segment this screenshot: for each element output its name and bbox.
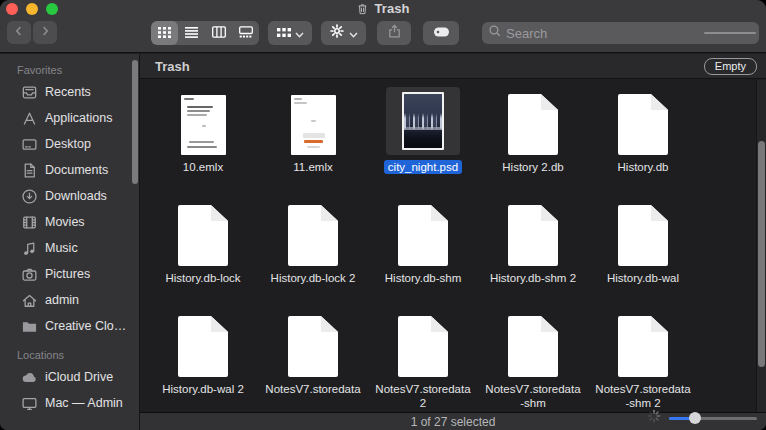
- sidebar-section-header: Locations: [0, 345, 139, 364]
- sidebar-scrollbar[interactable]: [132, 60, 138, 184]
- file-item-history-db-wal[interactable]: History.db-wal: [588, 191, 698, 302]
- file-name: History 2.db: [502, 160, 563, 174]
- document-icon: [398, 316, 448, 377]
- sidebar-item-admin[interactable]: admin: [0, 287, 139, 313]
- main-content: Trash Empty 10.emlx 11.emlx city_night.p…: [140, 54, 766, 430]
- document-icon: [508, 94, 558, 155]
- sidebar-item-pictures[interactable]: Pictures: [0, 261, 139, 287]
- document-icon: [508, 316, 558, 377]
- email-preview-thumbnail: [181, 95, 226, 155]
- chevron-right-icon: [38, 24, 52, 42]
- chevron-left-icon: [12, 24, 26, 42]
- sidebar-item-icloud-drive[interactable]: iCloud Drive: [0, 364, 139, 390]
- file-name: 11.emlx: [293, 160, 332, 174]
- finder-window: Trash: [0, 0, 766, 430]
- movies-icon: [21, 214, 38, 231]
- sidebar-item-mac-admin[interactable]: Mac — Admin: [0, 390, 139, 416]
- file-item-10-emlx[interactable]: 10.emlx: [148, 80, 258, 191]
- document-icon: [618, 94, 668, 155]
- sidebar-item-documents[interactable]: Documents: [0, 157, 139, 183]
- column-view-button[interactable]: [205, 21, 232, 45]
- sidebar-item-music[interactable]: Music: [0, 235, 139, 261]
- search-inline-line: [704, 32, 756, 34]
- email-preview-thumbnail: [291, 95, 336, 155]
- file-name: NotesV7.storedata 2: [374, 382, 472, 410]
- forward-button[interactable]: [33, 21, 57, 44]
- document-icon: [398, 205, 448, 266]
- file-name: History.db: [618, 160, 669, 174]
- search-input[interactable]: Search: [482, 22, 759, 44]
- sidebar: Favorites Recents Applications Desktop D…: [0, 54, 139, 430]
- file-item-notesv7-storedata-2[interactable]: NotesV7.storedata 2: [368, 302, 478, 412]
- sidebar-item-movies[interactable]: Movies: [0, 209, 139, 235]
- file-name: NotesV7.storedata: [265, 382, 360, 396]
- file-name: History.db-wal: [607, 271, 679, 285]
- chevron-down-icon: [349, 24, 358, 42]
- display-icon: [21, 395, 38, 412]
- file-name: History.db-shm 2: [490, 271, 576, 285]
- sidebar-item-desktop[interactable]: Desktop: [0, 131, 139, 157]
- scrollbar-thumb[interactable]: [758, 141, 765, 367]
- search-placeholder: Search: [506, 26, 547, 41]
- gear-icon: [329, 23, 345, 43]
- grid-view-icon: [158, 24, 171, 42]
- document-icon: [288, 316, 338, 377]
- document-icon: [618, 316, 668, 377]
- file-item-11-emlx[interactable]: 11.emlx: [258, 80, 368, 191]
- chevron-down-icon: [295, 24, 304, 42]
- spinner-icon: [647, 409, 661, 427]
- file-browser: 10.emlx 11.emlx city_night.psd History 2…: [140, 80, 766, 412]
- document-icon: [178, 316, 228, 377]
- home-icon: [21, 292, 38, 309]
- file-item-notesv7-storedata-shm-2[interactable]: NotesV7.storedata-shm 2: [588, 302, 698, 412]
- file-item-history-db-shm-2[interactable]: History.db-shm 2: [478, 191, 588, 302]
- list-view-button[interactable]: [178, 21, 205, 45]
- file-item-history-2-db[interactable]: History 2.db: [478, 80, 588, 191]
- file-item-history-db-lock-2[interactable]: History.db-lock 2: [258, 191, 368, 302]
- file-item-history-db-shm[interactable]: History.db-shm: [368, 191, 478, 302]
- folder-title: Trash: [155, 59, 190, 74]
- cloud-icon: [21, 369, 38, 386]
- file-name: city_night.psd: [384, 160, 462, 174]
- sidebar-item-downloads[interactable]: Downloads: [0, 183, 139, 209]
- file-item-notesv7-storedata-shm[interactable]: NotesV7.storedata-shm: [478, 302, 588, 412]
- group-by-button[interactable]: [268, 21, 312, 45]
- file-name: NotesV7.storedata-shm 2: [594, 382, 692, 410]
- image-thumbnail: [402, 92, 444, 150]
- file-item-history-db-lock[interactable]: History.db-lock: [148, 191, 258, 302]
- document-icon: [508, 205, 558, 266]
- share-button[interactable]: [377, 21, 411, 45]
- downloads-icon: [21, 188, 38, 205]
- file-item-notesv7-storedata[interactable]: NotesV7.storedata: [258, 302, 368, 412]
- document-icon: [178, 205, 228, 266]
- sidebar-item-creative-clo[interactable]: Creative Clo…: [0, 313, 139, 339]
- desktop-icon: [21, 136, 38, 153]
- toolbar: Trash: [0, 0, 766, 53]
- file-grid: 10.emlx 11.emlx city_night.psd History 2…: [148, 80, 698, 412]
- file-item-history-db[interactable]: History.db: [588, 80, 698, 191]
- selection-highlight: [386, 87, 460, 155]
- file-name: History.db-shm: [385, 271, 461, 285]
- tag-icon: [433, 24, 450, 42]
- icon-view-button[interactable]: [151, 21, 178, 45]
- document-icon: [618, 205, 668, 266]
- document-icon: [288, 205, 338, 266]
- icon-size-slider[interactable]: [669, 412, 757, 424]
- file-item-history-db-wal-2[interactable]: History.db-wal 2: [148, 302, 258, 412]
- documents-icon: [21, 162, 38, 179]
- pictures-icon: [21, 266, 38, 283]
- empty-trash-button[interactable]: Empty: [704, 58, 757, 75]
- gallery-view-button[interactable]: [232, 21, 259, 45]
- action-menu-button[interactable]: [321, 21, 366, 45]
- file-item-city-night-psd[interactable]: city_night.psd: [368, 80, 478, 191]
- back-button[interactable]: [7, 21, 31, 44]
- sidebar-item-applications[interactable]: Applications: [0, 105, 139, 131]
- file-name: History.db-lock 2: [271, 271, 356, 285]
- tag-button[interactable]: [423, 21, 459, 45]
- slider-knob[interactable]: [689, 412, 701, 424]
- sidebar-item-recents[interactable]: Recents: [0, 79, 139, 105]
- folder-header: Trash Empty: [140, 54, 766, 79]
- file-name: History.db-wal 2: [162, 382, 244, 396]
- applications-icon: [21, 110, 38, 127]
- status-bar: 1 of 27 selected: [140, 412, 766, 430]
